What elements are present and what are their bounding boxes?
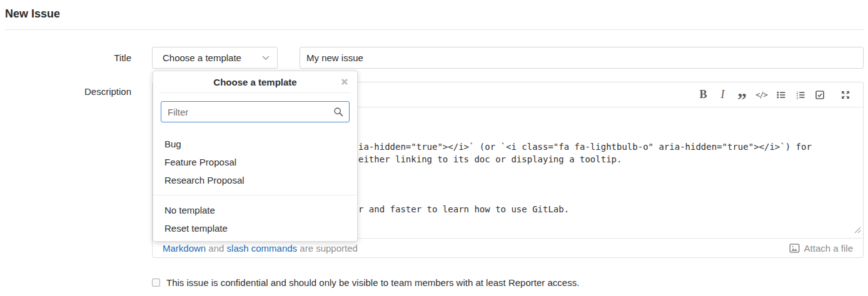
search-icon (333, 107, 343, 117)
attach-file-button[interactable]: Attach a file (789, 243, 853, 254)
confidential-label: This issue is confidential and should on… (166, 277, 579, 288)
confidential-checkbox[interactable] (152, 279, 160, 287)
resize-handle[interactable] (854, 225, 861, 236)
page-title: New Issue (5, 7, 60, 21)
filter-input[interactable] (161, 101, 350, 122)
quote-icon[interactable]: ” (732, 86, 752, 104)
issue-title-input[interactable] (300, 47, 864, 69)
bullet-list-icon[interactable] (771, 86, 790, 104)
code-icon[interactable]: </> (752, 86, 771, 104)
description-label: Description (0, 86, 131, 97)
template-dropdown-menu: Choose a template Bug Feature Proposal R… (153, 71, 358, 242)
bold-icon[interactable]: B (694, 86, 713, 104)
template-option-reset-template[interactable]: Reset template (153, 219, 357, 237)
italic-icon[interactable]: I (713, 86, 732, 104)
choose-template-button[interactable]: Choose a template (152, 47, 278, 69)
title-label: Title (0, 52, 131, 63)
task-list-icon[interactable] (810, 86, 829, 104)
dropdown-filter (161, 101, 350, 122)
slash-commands-link[interactable]: slash commands (227, 243, 298, 254)
svg-text:3: 3 (796, 96, 798, 99)
close-icon[interactable] (341, 78, 348, 86)
dropdown-header: Choose a template (159, 71, 351, 93)
dropdown-title: Choose a template (213, 77, 296, 87)
textarea-visible-line: r and faster to learn how to use GitLab. (358, 203, 569, 215)
markdown-link[interactable]: Markdown (163, 243, 206, 254)
chevron-down-icon (262, 56, 270, 61)
template-option-bug[interactable]: Bug (153, 135, 357, 153)
fullscreen-icon[interactable] (835, 86, 855, 104)
choose-template-button-label: Choose a template (163, 52, 262, 63)
template-option-research-proposal[interactable]: Research Proposal (153, 171, 357, 189)
textarea-visible-line: ia-hidden="true"></i>` (or `<i class="fa… (358, 141, 812, 153)
header-divider (5, 29, 864, 30)
template-option-feature-proposal[interactable]: Feature Proposal (153, 153, 357, 171)
dropdown-divider (153, 195, 357, 195)
attach-file-label: Attach a file (804, 243, 853, 254)
textarea-visible-line: either linking to its doc or displaying … (358, 153, 622, 165)
numbered-list-icon[interactable]: 1 2 3 (790, 86, 810, 104)
template-option-no-template[interactable]: No template (153, 201, 357, 219)
template-list: Bug Feature Proposal Research Proposal N… (153, 129, 357, 237)
attach-file-icon (789, 243, 800, 254)
confidential-row: This issue is confidential and should on… (152, 277, 579, 288)
footer-text: and (206, 243, 226, 254)
footer-text: are supported (297, 243, 358, 254)
